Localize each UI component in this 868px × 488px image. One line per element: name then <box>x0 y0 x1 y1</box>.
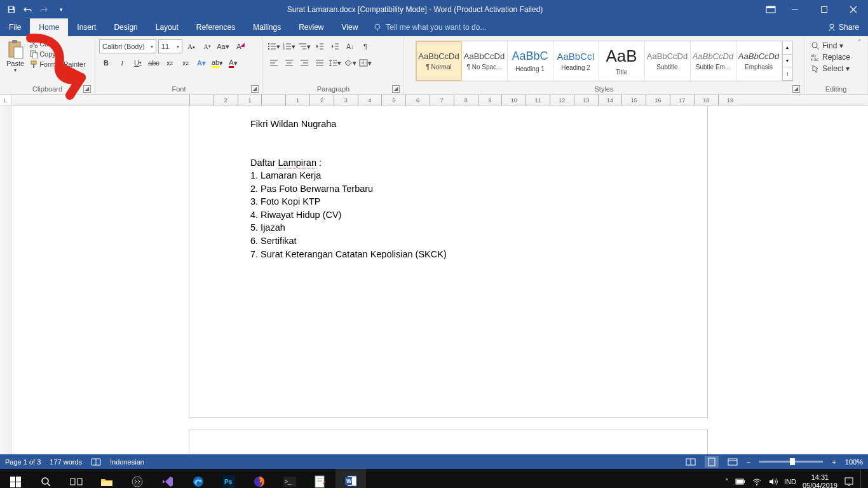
ime-indicator[interactable]: IND <box>784 478 796 485</box>
web-layout-button[interactable] <box>728 458 738 466</box>
styles-gallery[interactable]: AaBbCcDd¶ NormalAaBbCcDd¶ No Spac...AaBb… <box>416 41 793 81</box>
undo-button[interactable] <box>20 2 36 17</box>
paragraph-launcher[interactable]: ◢ <box>392 85 400 93</box>
close-button[interactable] <box>839 0 868 18</box>
page-2[interactable] <box>189 430 707 454</box>
change-case-button[interactable]: Aa▾ <box>216 39 230 53</box>
increase-indent-button[interactable] <box>328 39 342 53</box>
document-canvas[interactable]: Fikri Wildan Nugraha Daftar Lampiran : 1… <box>11 106 868 454</box>
collapse-ribbon-button[interactable]: ˄ <box>853 39 865 49</box>
page-indicator[interactable]: Page 1 of 3 <box>5 458 41 466</box>
decrease-indent-button[interactable] <box>313 39 327 53</box>
style-subtle-em-[interactable]: AaBbCcDdSubtle Em... <box>691 41 736 81</box>
app-notepadpp[interactable] <box>305 469 336 488</box>
battery-icon[interactable] <box>735 477 745 486</box>
tab-file[interactable]: File <box>0 18 30 36</box>
tab-review[interactable]: Review <box>290 18 332 36</box>
task-view-button[interactable] <box>61 469 92 488</box>
text-effects-button[interactable]: A▾ <box>194 56 208 70</box>
font-launcher[interactable]: ◢ <box>251 85 259 93</box>
underline-button[interactable]: U▾ <box>131 56 145 70</box>
show-marks-button[interactable]: ¶ <box>358 39 372 53</box>
find-button[interactable]: Find ▾ <box>808 41 853 51</box>
styles-scroll[interactable]: ▴ <box>783 41 792 55</box>
language-indicator[interactable]: Indonesian <box>110 458 144 466</box>
notifications-icon[interactable] <box>844 477 854 487</box>
font-name-combo[interactable]: Calibri (Body)▾ <box>99 39 156 53</box>
page-1[interactable]: Fikri Wildan Nugraha Daftar Lampiran : 1… <box>189 106 707 417</box>
styles-scroll[interactable]: ▾ <box>783 55 792 68</box>
volume-icon[interactable] <box>768 477 778 486</box>
app-word[interactable]: W <box>336 469 366 488</box>
strike-button[interactable]: abc <box>147 56 161 70</box>
clipboard-launcher[interactable]: ◢ <box>83 85 91 93</box>
tell-me-search[interactable]: Tell me what you want to do... <box>367 18 818 36</box>
spell-check-button[interactable] <box>91 458 101 466</box>
format-painter-button[interactable]: Format Painter <box>29 60 86 69</box>
app-terminal[interactable]: >_ <box>275 469 305 488</box>
wifi-icon[interactable] <box>752 477 762 486</box>
superscript-button[interactable]: x2 <box>179 56 193 70</box>
align-right-button[interactable] <box>297 56 311 70</box>
zoom-slider[interactable] <box>759 461 823 463</box>
show-desktop-button[interactable] <box>860 469 864 488</box>
styles-launcher[interactable]: ◢ <box>792 85 800 93</box>
style--no-spac-[interactable]: AaBbCcDd¶ No Spac... <box>462 41 508 81</box>
tab-references[interactable]: References <box>187 18 244 36</box>
shading-button[interactable]: ▾ <box>343 56 357 70</box>
cut-button[interactable]: Cut <box>29 39 86 48</box>
select-button[interactable]: Select ▾ <box>808 64 853 74</box>
grow-font-button[interactable]: A▴ <box>184 39 198 53</box>
search-button[interactable] <box>31 469 61 488</box>
italic-button[interactable]: I <box>115 56 129 70</box>
save-button[interactable] <box>4 2 19 17</box>
app-edge[interactable] <box>183 469 214 488</box>
paste-button[interactable]: Paste ▾ <box>4 38 27 74</box>
style-subtitle[interactable]: AaBbCcDdSubtitle <box>645 41 691 81</box>
zoom-in-button[interactable]: + <box>832 458 836 466</box>
style--normal[interactable]: AaBbCcDd¶ Normal <box>416 41 462 81</box>
start-button[interactable] <box>0 469 31 488</box>
style-title[interactable]: AaBTitle <box>599 41 645 81</box>
vertical-ruler[interactable] <box>0 106 11 454</box>
qat-customize[interactable]: ▾ <box>53 2 69 17</box>
bold-button[interactable]: B <box>99 56 113 70</box>
style-heading-1[interactable]: AaBbCHeading 1 <box>508 41 553 81</box>
justify-button[interactable] <box>313 56 327 70</box>
app-foobar[interactable] <box>122 469 153 488</box>
word-count[interactable]: 177 words <box>50 458 82 466</box>
tab-mailings[interactable]: Mailings <box>244 18 290 36</box>
zoom-level[interactable]: 100% <box>845 458 863 466</box>
style-emphasis[interactable]: AaBbCcDdEmphasis <box>736 41 782 81</box>
shrink-font-button[interactable]: A▾ <box>200 39 214 53</box>
align-left-button[interactable] <box>267 56 281 70</box>
sort-button[interactable]: A↓ <box>343 39 357 53</box>
share-button[interactable]: Share <box>818 18 868 36</box>
tray-chevron[interactable]: ˄ <box>725 478 729 486</box>
clock[interactable]: 14:31 05/04/2019 <box>803 473 837 488</box>
print-layout-button[interactable] <box>705 456 719 468</box>
borders-button[interactable]: ▾ <box>358 56 372 70</box>
highlight-button[interactable]: ab▾ <box>210 56 224 70</box>
styles-scroll[interactable]: ⁞ <box>783 67 792 81</box>
numbering-button[interactable]: 123▾ <box>282 39 296 53</box>
bullets-button[interactable]: ▾ <box>267 39 281 53</box>
app-visualstudio[interactable] <box>153 469 183 488</box>
font-size-combo[interactable]: 11▾ <box>158 39 182 53</box>
tab-layout[interactable]: Layout <box>147 18 187 36</box>
tab-design[interactable]: Design <box>105 18 146 36</box>
multilevel-button[interactable]: ▾ <box>297 39 311 53</box>
ribbon-options-icon[interactable] <box>761 6 780 13</box>
read-mode-button[interactable] <box>686 458 696 466</box>
tab-view[interactable]: View <box>333 18 367 36</box>
copy-button[interactable]: Copy <box>29 50 86 58</box>
replace-button[interactable]: abacReplace <box>808 52 853 62</box>
tab-home[interactable]: Home <box>30 18 68 36</box>
minimize-button[interactable] <box>780 0 810 18</box>
subscript-button[interactable]: x2 <box>163 56 177 70</box>
zoom-out-button[interactable]: − <box>747 458 750 466</box>
redo-button[interactable] <box>37 2 52 17</box>
file-explorer-button[interactable] <box>92 469 122 488</box>
app-firefox[interactable] <box>244 469 275 488</box>
tab-insert[interactable]: Insert <box>68 18 105 36</box>
